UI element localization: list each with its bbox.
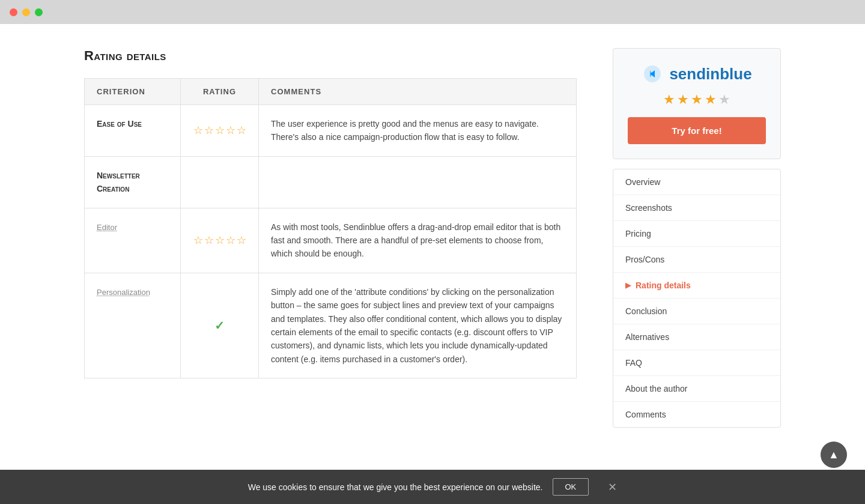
nav-label-comments: Comments — [625, 410, 666, 419]
nav-item-about-author[interactable]: About the author — [613, 376, 780, 402]
comment-editor: As with most tools, Sendinblue offers a … — [259, 208, 577, 273]
nav-label-conclusion: Conclusion — [625, 306, 667, 316]
table-row: Ease of Use ☆ ☆ ☆ ☆ ☆ The user experienc… — [85, 105, 577, 157]
sidebar: sendinblue ★ ★ ★ ★ ★ Try for free! Overv… — [613, 48, 781, 480]
nav-item-pros-cons[interactable]: Pros/Cons — [613, 247, 780, 273]
nav-label-rating-details: Rating details — [636, 281, 691, 290]
col-comments: COMMENTS — [259, 79, 577, 105]
rating-table: CRITERION RATING COMMENTS Ease of Use ☆ … — [84, 78, 577, 378]
nav-label-pros-cons: Pros/Cons — [625, 255, 664, 264]
nav-label-faq: FAQ — [625, 358, 642, 368]
nav-item-rating-details[interactable]: ▶ Rating details — [613, 273, 780, 299]
nav-item-screenshots[interactable]: Screenshots — [613, 195, 780, 221]
cookie-ok-button[interactable]: OK — [553, 478, 589, 496]
brand-logo: sendinblue — [628, 63, 766, 85]
nav-item-overview[interactable]: Overview — [613, 169, 780, 195]
chevron-up-icon: ▲ — [828, 449, 839, 461]
criterion-personalization: Personalization — [97, 288, 150, 297]
brand-card: sendinblue ★ ★ ★ ★ ★ Try for free! — [613, 48, 781, 159]
check-personalization: ✓ — [214, 319, 225, 332]
criterion-newsletter: Newsletter Creation — [97, 171, 140, 193]
minimize-traffic-light[interactable] — [22, 8, 30, 16]
cookie-banner: We use cookies to ensure that we give yo… — [0, 470, 865, 504]
stars-editor: ☆ ☆ ☆ ☆ ☆ — [193, 232, 246, 249]
nav-menu: Overview Screenshots Pricing Pros/Cons ▶… — [613, 169, 781, 428]
maximize-traffic-light[interactable] — [35, 8, 43, 16]
main-content: Rating details CRITERION RATING COMMENTS… — [84, 48, 577, 480]
brand-name: sendinblue — [669, 65, 751, 83]
table-row: Newsletter Creation — [85, 156, 577, 208]
nav-label-about-author: About the author — [625, 384, 688, 393]
sendinblue-icon — [642, 63, 663, 85]
nav-label-pricing: Pricing — [625, 229, 651, 238]
nav-item-pricing[interactable]: Pricing — [613, 221, 780, 247]
nav-label-overview: Overview — [625, 177, 660, 187]
brand-stars: ★ ★ ★ ★ ★ — [628, 92, 766, 108]
col-rating: RATING — [181, 79, 259, 105]
col-criterion: CRITERION — [85, 79, 181, 105]
cookie-message: We use cookies to ensure that we give yo… — [248, 482, 543, 492]
scroll-to-top-button[interactable]: ▲ — [821, 442, 847, 468]
page-title: Rating details — [84, 48, 577, 64]
nav-label-screenshots: Screenshots — [625, 203, 672, 213]
table-row: Personalization ✓ Simply add one of the … — [85, 273, 577, 378]
stars-ease-of-use: ☆ ☆ ☆ ☆ ☆ — [193, 122, 246, 139]
table-row: Editor ☆ ☆ ☆ ☆ ☆ As with most tools, Sen… — [85, 208, 577, 273]
nav-item-faq[interactable]: FAQ — [613, 350, 780, 376]
page-content: Rating details CRITERION RATING COMMENTS… — [0, 24, 865, 504]
browser-chrome — [0, 0, 865, 24]
criterion-editor: Editor — [97, 223, 117, 232]
comment-personalization: Simply add one of the 'attribute conditi… — [259, 273, 577, 378]
nav-item-conclusion[interactable]: Conclusion — [613, 299, 780, 324]
nav-label-alternatives: Alternatives — [625, 332, 669, 342]
cookie-close-button[interactable]: ✕ — [608, 481, 617, 494]
close-traffic-light[interactable] — [10, 8, 17, 16]
nav-item-alternatives[interactable]: Alternatives — [613, 324, 780, 350]
try-for-free-button[interactable]: Try for free! — [628, 117, 766, 144]
comment-ease-of-use: The user experience is pretty good and t… — [259, 105, 577, 157]
criterion-ease-of-use: Ease of Use — [97, 119, 142, 129]
nav-arrow-icon: ▶ — [625, 281, 631, 290]
nav-item-comments[interactable]: Comments — [613, 402, 780, 427]
